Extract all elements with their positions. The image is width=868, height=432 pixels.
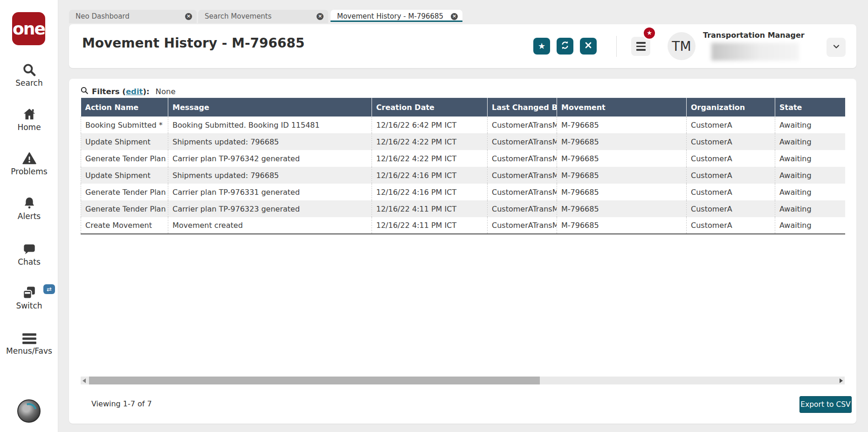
cell-state: Awaiting: [775, 150, 845, 167]
table-row: Generate Tender Plan Carrier plan TP-976…: [81, 150, 845, 167]
sidebar-item-label: Chats: [0, 257, 58, 267]
page-header-card: Movement History - M-796685 ★ ★ TM Trans…: [69, 24, 856, 68]
sidebar-item-problems[interactable]: Problems: [0, 151, 58, 176]
cell-action-name: Update Shipment: [81, 167, 168, 184]
hamburger-icon: [0, 333, 58, 345]
cell-creation-date: 12/16/22 4:22 PM ICT: [372, 150, 488, 167]
sidebar-item-menus-favs[interactable]: Menus/Favs: [0, 333, 58, 356]
cell-action-name: Generate Tender Plan: [81, 184, 168, 200]
cell-last-changed-by-link[interactable]: CustomerATransMgr: [488, 217, 557, 234]
column-header-creation-date[interactable]: Creation Date: [372, 98, 488, 117]
tab-close-icon[interactable]: ×: [317, 13, 324, 20]
cell-state: Awaiting: [775, 167, 845, 184]
cell-message: Shipments updated: 796685: [168, 167, 372, 184]
cell-movement: M-796685: [557, 217, 687, 234]
cell-state: Awaiting: [775, 184, 845, 200]
filters-edit-link[interactable]: edit: [126, 87, 143, 96]
cell-state: Awaiting: [775, 133, 845, 150]
sidebar-item-alerts[interactable]: Alerts: [0, 196, 58, 221]
sidebar-item-search[interactable]: Search: [0, 62, 58, 88]
cell-last-changed-by-link[interactable]: CustomerATransMgr: [488, 150, 557, 167]
close-screen-button[interactable]: [580, 38, 597, 55]
user-name-redacted: [711, 43, 799, 61]
column-header-last-changed-by[interactable]: Last Changed By: [488, 98, 557, 117]
refresh-icon: [560, 40, 570, 52]
cell-movement: M-796685: [557, 167, 687, 184]
user-menu-dropdown-button[interactable]: [827, 38, 846, 57]
chat-bubble-icon: [0, 243, 58, 256]
cell-movement: M-796685: [557, 117, 687, 133]
cell-message: Carrier plan TP-976323 generated: [168, 200, 372, 217]
scroll-left-arrow-icon[interactable]: [83, 378, 86, 383]
tab-label: Movement History - M-796685: [337, 12, 443, 21]
scrollbar-thumb[interactable]: [89, 377, 540, 384]
cell-last-changed-by-link[interactable]: CustomerATransMgr: [488, 200, 557, 217]
cell-creation-date: 12/16/22 4:11 PM ICT: [372, 200, 488, 217]
horizontal-scrollbar[interactable]: [81, 377, 845, 384]
cell-action-name: Booking Submitted *: [81, 117, 168, 133]
refresh-button[interactable]: [557, 38, 573, 55]
user-avatar[interactable]: TM: [668, 32, 696, 60]
cell-last-changed-by-link[interactable]: CustomerATransMgr: [488, 167, 557, 184]
table-row: Update Shipment Shipments updated: 79668…: [81, 133, 845, 150]
hamburger-icon: [636, 42, 646, 44]
cell-action-name: Update Shipment: [81, 133, 168, 150]
tab-movement-history[interactable]: Movement History - M-796685 ×: [331, 10, 462, 22]
one-logo[interactable]: one: [12, 12, 45, 45]
tab-neo-dashboard[interactable]: Neo Dashboard ×: [69, 10, 197, 23]
column-header-message[interactable]: Message: [168, 98, 372, 117]
cell-creation-date: 12/16/22 4:16 PM ICT: [372, 184, 488, 200]
tab-label: Search Movements: [205, 12, 272, 21]
cell-creation-date: 12/16/22 4:11 PM ICT: [372, 217, 488, 234]
sidebar-item-chats[interactable]: Chats: [0, 243, 58, 267]
sidebar-item-home[interactable]: Home: [0, 107, 58, 132]
sidebar-item-label: Switch: [0, 301, 58, 310]
column-header-movement[interactable]: Movement: [557, 98, 687, 117]
cell-message: Booking Submitted. Booking ID 115481: [168, 117, 372, 133]
cell-organization: CustomerA: [687, 133, 775, 150]
chevron-down-icon: [832, 42, 841, 53]
cell-creation-date: 12/16/22 4:16 PM ICT: [372, 167, 488, 184]
tab-close-icon[interactable]: ×: [451, 13, 458, 20]
star-icon: ★: [538, 42, 545, 50]
header-divider: [616, 36, 617, 57]
search-icon: [0, 62, 58, 77]
tab-close-icon[interactable]: ×: [185, 13, 192, 20]
column-header-organization[interactable]: Organization: [687, 98, 775, 117]
table-header-row: Action Name Message Creation Date Last C…: [81, 98, 845, 117]
search-icon: [80, 86, 92, 96]
swap-arrows-icon[interactable]: ⇄: [43, 284, 55, 294]
cell-message: Shipments updated: 796685: [168, 133, 372, 150]
viewing-count: Viewing 1-7 of 7: [91, 399, 152, 408]
app-root: { "app": { "logo_text": "one", "colors":…: [0, 0, 868, 432]
filters-label-suffix: ):: [143, 87, 149, 96]
warning-triangle-icon: [0, 151, 58, 165]
table-row: Update Shipment Shipments updated: 79668…: [81, 167, 845, 184]
movement-history-table: Action Name Message Creation Date Last C…: [81, 98, 845, 234]
tab-label: Neo Dashboard: [76, 12, 130, 21]
cell-state: Awaiting: [775, 117, 845, 133]
user-role-label: Transportation Manager: [703, 31, 805, 40]
filters-value: None: [156, 87, 176, 96]
cell-message: Movement created: [168, 217, 372, 234]
column-header-action-name[interactable]: Action Name: [81, 98, 168, 117]
sidebar-profile-avatar[interactable]: [17, 399, 41, 423]
column-header-state[interactable]: State: [775, 98, 845, 117]
table-row: Generate Tender Plan Carrier plan TP-976…: [81, 184, 845, 200]
export-to-csv-button[interactable]: Export to CSV: [799, 396, 852, 413]
favorite-button[interactable]: ★: [533, 38, 550, 55]
table-row: Booking Submitted * Booking Submitted. B…: [81, 117, 845, 133]
close-icon: [584, 41, 592, 51]
cell-movement: M-796685: [557, 184, 687, 200]
cell-last-changed-by-link[interactable]: CustomerATransMgr: [488, 184, 557, 200]
cell-organization: CustomerA: [687, 117, 775, 133]
cell-last-changed-by-link[interactable]: CustomerATransMgr: [488, 133, 557, 150]
cell-state: Awaiting: [775, 200, 845, 217]
cell-last-changed-by-link[interactable]: CustomerATransMgr: [488, 117, 557, 133]
tab-search-movements[interactable]: Search Movements ×: [198, 10, 328, 23]
table-row: Generate Tender Plan Carrier plan TP-976…: [81, 200, 845, 217]
filters-bar: Filters (edit): None: [80, 86, 176, 96]
movement-history-panel: Filters (edit): None Action Name Message…: [69, 79, 856, 424]
scroll-right-arrow-icon[interactable]: [840, 378, 843, 383]
sidebar-item-label: Menus/Favs: [0, 346, 58, 356]
